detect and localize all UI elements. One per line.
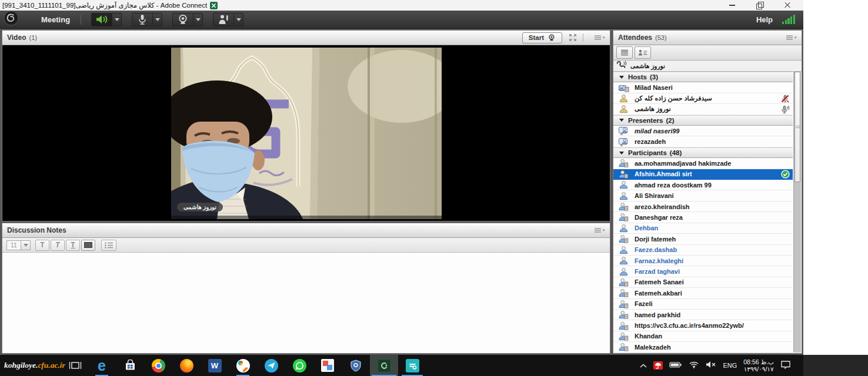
firefox-icon[interactable] [172,355,201,376]
attendee-row[interactable]: نوروز هاشمی [613,104,793,115]
tray-expand-icon[interactable] [640,360,647,371]
restore-button[interactable] [756,2,764,9]
attendee-row[interactable]: Daneshgar reza [613,212,793,223]
attendee-row[interactable]: Dehban [613,223,793,234]
notes-pod-menu-icon[interactable] [593,227,605,233]
attendees-pod-menu-icon[interactable] [785,35,797,41]
underline-button[interactable]: T [66,240,80,251]
webcam-button[interactable] [172,13,193,26]
attendee-name: Farzad taghavi [635,268,680,275]
mic-live-icon [780,105,790,114]
tray-date: ۱۳۹۹/۰۹/۱۷ [743,365,774,372]
person-doc-icon [618,321,629,330]
menu-help[interactable]: Help [756,15,773,24]
attendee-row[interactable]: ahmad reza doostkam 99 [613,180,793,190]
italic-button[interactable]: T [51,240,65,251]
attendee-row[interactable]: Dorji fatemeh [613,234,793,244]
phone-attendee-row[interactable]: نوروز هاشمی [613,61,802,72]
speaker-control-group [91,13,122,26]
attendee-row[interactable]: Afshin.Ahmadi sirt [613,169,793,180]
picture-manager-icon[interactable] [313,355,342,376]
attendees-view-toolbar [613,45,802,61]
wifi-icon[interactable] [689,360,699,371]
system-tray: ENG ب.ظ 08:56 ۱۳۹۹/۰۹/۱۷ [640,358,791,372]
attendee-status-view-button[interactable] [635,46,651,59]
minimize-button[interactable] [728,2,736,9]
attendee-name: rezazadeh [635,138,666,145]
attendee-row[interactable]: Faeze.dashab [613,245,793,256]
attendee-row[interactable]: hamed parkhid [613,310,793,320]
attendee-row[interactable]: Ali Shiravani [613,190,793,201]
mic-button[interactable] [132,13,153,26]
discussion-notes-pod: Discussion Notes 11 T T T [2,223,610,354]
webcam-video-frame [171,48,442,219]
collapse-arrow-icon [619,152,624,155]
language-indicator[interactable]: ENG [723,362,737,369]
telegram-icon[interactable] [257,355,285,376]
attendee-row[interactable]: Khandan [613,331,793,342]
bold-button[interactable]: T [35,240,49,251]
phone-attendee-name: نوروز هاشمی [630,62,665,69]
notes-pod-title: Discussion Notes [7,226,66,234]
tray-clock[interactable]: ب.ظ 08:56 ۱۳۹۹/۰۹/۱۷ [743,358,774,372]
attendee-name: aa.mohammadjavad hakimzade [635,160,731,167]
presenter-icon [618,126,629,135]
speaker-dropdown-button[interactable] [112,13,122,26]
text-color-button[interactable] [81,240,95,251]
notes-text-area[interactable] [2,253,610,353]
video-pod-menu-icon[interactable] [593,35,605,41]
attendee-row[interactable]: سیدفرشاد حسن زاده کله کن [613,93,793,104]
windows-taskbar: kohgiloye.cfu.ac.ir e W [0,355,868,376]
bullet-list-button[interactable] [101,240,116,251]
group-header-participants[interactable]: Participants(48) [613,147,793,158]
mic-dropdown-button[interactable] [153,13,162,26]
attendee-row[interactable]: rezazadeh [613,136,793,147]
scrollbar-thumb[interactable] [794,72,800,182]
adobe-connect-app-icon[interactable] [370,355,398,376]
attendee-row[interactable]: Milad Naseri [613,82,793,93]
group-header-presenters[interactable]: Presenters(2) [613,115,793,126]
whatsapp-icon[interactable] [285,355,313,376]
attendee-list-view-button[interactable] [616,46,633,59]
font-size-dropdown[interactable] [21,240,31,250]
webcam-shield-icon[interactable] [342,355,370,376]
volume-muted-icon[interactable] [706,360,716,371]
connection-signal-icon[interactable] [782,15,795,24]
attendee-row[interactable]: Fazeli [613,299,793,310]
person-doc-icon [618,170,629,179]
attendee-row[interactable]: aa.mohammadjavad hakimzade [613,158,793,169]
attendee-name: hamed parkhid [635,311,680,318]
attendee-row[interactable]: Farzad taghavi [613,266,793,277]
antivirus-icon[interactable] [653,361,663,370]
raise-hand-button[interactable] [213,13,234,26]
group-header-hosts[interactable]: Hosts(3) [613,72,793,82]
attendee-row[interactable]: milad naseri99 [613,126,793,136]
battery-icon[interactable] [669,360,682,371]
chrome-icon[interactable] [144,355,172,376]
edge-icon[interactable]: e [88,355,116,376]
webcam-dropdown-button[interactable] [193,13,203,26]
connect-addin-icon[interactable] [398,355,426,376]
task-view-icon[interactable] [69,361,82,370]
attendees-scrollbar[interactable] [793,72,801,352]
action-center-icon[interactable] [780,360,791,371]
paint3d-icon[interactable] [229,355,257,376]
attendee-row[interactable]: https://vc3.cfu.ac.ir/rs4anmo22ywb/ [613,320,793,331]
attendee-row[interactable]: arezo.kheirandish [613,202,793,212]
start-webcam-button[interactable]: Start [522,32,562,43]
title-bar-app-icon [210,2,218,9]
notes-pod-header: Discussion Notes [2,223,610,238]
attendee-row[interactable]: Malekzadeh [613,342,793,352]
attendee-row[interactable]: Farnaz.khaleghi [613,256,793,266]
word-icon[interactable]: W [201,355,229,376]
microsoft-store-icon[interactable] [116,355,144,376]
status-dropdown-button[interactable] [234,13,243,26]
speaker-button[interactable] [91,13,112,26]
font-size-value[interactable]: 11 [6,240,21,250]
menu-meeting[interactable]: Meeting [41,15,70,24]
attendee-row[interactable]: Fatemeh.akbari [613,288,793,298]
close-button[interactable] [783,2,792,9]
attendee-row[interactable]: Fatemeh Sanaei [613,277,793,288]
attendees-pod-title: Attendees [618,33,652,42]
fullscreen-icon[interactable] [568,33,577,42]
